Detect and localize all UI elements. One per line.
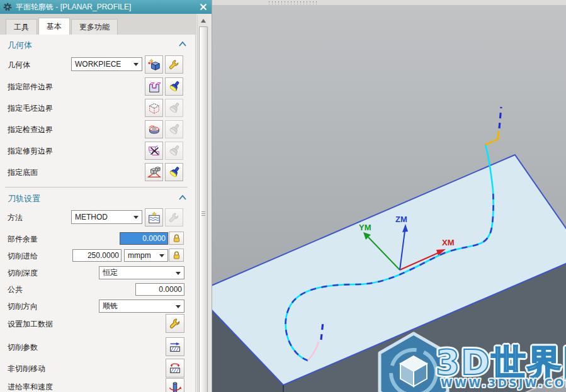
part-stock-lock-button[interactable] xyxy=(169,232,184,245)
collapse-chevron-icon[interactable] xyxy=(179,195,186,200)
chevron-down-icon xyxy=(159,254,164,260)
edit-wrench-icon xyxy=(168,59,181,71)
toolbar-strip xyxy=(212,0,566,5)
gear-icon xyxy=(3,3,12,11)
geometry-select[interactable]: WORKPIECE xyxy=(71,57,142,71)
tab-basic[interactable]: 基本 xyxy=(38,18,70,35)
cut-feed-lock-button[interactable] xyxy=(169,249,184,262)
method-icon xyxy=(147,211,161,225)
trim-boundary-label: 指定修剪边界 xyxy=(8,146,53,157)
method-label: 方法 xyxy=(8,213,23,223)
select-flashlight-disabled-icon xyxy=(167,123,181,137)
part-boundary-label: 指定部件边界 xyxy=(8,82,53,92)
create-geometry-button[interactable] xyxy=(145,55,163,74)
cutting-params-button[interactable] xyxy=(166,337,184,356)
blank-boundary-icon xyxy=(147,101,161,115)
nx-cam-window: 平面轮廓铣 - [PLANAR_PROFILE] 工具 基本 更多功能 几何体 … xyxy=(0,0,566,392)
cut-feed-unit-select[interactable]: mmpm xyxy=(124,249,168,262)
axis-x-label: XM xyxy=(442,238,455,247)
trim-boundary-icon xyxy=(147,144,161,158)
non-cutting-button[interactable] xyxy=(166,359,184,378)
part-boundary-button[interactable] xyxy=(145,77,163,96)
chevron-down-icon xyxy=(176,305,181,311)
axis-z-label: ZM xyxy=(395,215,407,224)
geometry-label: 几何体 xyxy=(8,60,30,70)
cut-depth-select[interactable]: 恒定 xyxy=(99,266,184,279)
tab-tools[interactable]: 工具 xyxy=(6,19,37,35)
part-boundary-select-button[interactable] xyxy=(165,77,183,96)
trim-boundary-button[interactable] xyxy=(145,142,163,160)
blank-boundary-button[interactable] xyxy=(145,99,163,117)
blank-boundary-select-button xyxy=(165,99,183,117)
part-stock-input[interactable]: 0.0000 xyxy=(120,232,168,245)
close-button[interactable] xyxy=(195,0,212,14)
common-input[interactable]: 0.0000 xyxy=(135,283,184,296)
non-cutting-moves-icon xyxy=(168,361,182,375)
lock-icon xyxy=(172,250,181,260)
cut-feed-label: 切削进给 xyxy=(8,251,38,262)
edit-wrench-disabled-icon xyxy=(168,211,181,224)
drag-dots-icon[interactable] xyxy=(268,1,318,4)
dialog-body: 几何体 几何体 WORKPIECE xyxy=(0,35,196,392)
cut-direction-label: 切削方向 xyxy=(8,301,38,312)
select-flashlight-disabled-icon xyxy=(167,144,181,158)
method-new-button[interactable] xyxy=(145,208,163,227)
cut-feed-input[interactable]: 250.0000 xyxy=(72,249,122,262)
chevron-down-icon xyxy=(133,216,139,221)
section-divider xyxy=(5,187,188,188)
feeds-speeds-label: 进给率和速度 xyxy=(8,382,53,392)
check-boundary-select-button xyxy=(165,120,183,138)
watermark-site: WWW.3DSJW.COM xyxy=(441,377,566,389)
machining-data-label: 设置加工数据 xyxy=(8,319,53,330)
toolpath-section-header[interactable]: 刀轨设置 xyxy=(8,193,40,204)
method-select[interactable]: METHOD xyxy=(71,210,142,224)
create-geometry-icon xyxy=(147,58,161,72)
floor-face-button[interactable] xyxy=(145,163,163,181)
scroll-up-button[interactable] xyxy=(198,14,209,25)
dialog-scrollbar[interactable] xyxy=(197,14,209,392)
dialog-titlebar[interactable]: 平面轮廓铣 - [PLANAR_PROFILE] xyxy=(0,0,212,14)
watermark: 3D世界网 3D世界网 WWW.3DSJW.COM WWW.3DSJW.COM xyxy=(380,333,566,392)
collapse-chevron-icon[interactable] xyxy=(179,42,186,47)
cut-direction-select[interactable]: 顺铣 xyxy=(99,300,184,313)
edit-geometry-button[interactable] xyxy=(165,55,183,74)
trim-boundary-select-button xyxy=(165,142,183,160)
cut-depth-label: 切削深度 xyxy=(8,268,38,279)
part-stock-label: 部件余量 xyxy=(8,234,38,245)
non-cutting-label: 非切削移动 xyxy=(8,364,45,374)
blank-boundary-label: 指定毛坯边界 xyxy=(8,103,53,114)
lock-icon xyxy=(172,233,181,243)
select-flashlight-icon xyxy=(167,165,181,179)
feeds-speeds-button[interactable] xyxy=(166,378,184,392)
select-flashlight-icon xyxy=(167,80,181,94)
check-boundary-label: 指定检查边界 xyxy=(8,125,53,135)
viewport-canvas[interactable]: XM YM ZM 3D世界网 3D世界网 WWW.3DSJ xyxy=(212,0,566,392)
graphics-viewport: XM YM ZM 3D世界网 3D世界网 WWW.3DSJ xyxy=(212,0,566,392)
dialog-title: 平面轮廓铣 - [PLANAR_PROFILE] xyxy=(16,2,195,13)
chevron-down-icon xyxy=(176,272,181,277)
scrollbar-thumb[interactable] xyxy=(199,26,208,392)
cutting-params-label: 切削参数 xyxy=(8,342,38,353)
floor-label: 指定底面 xyxy=(8,167,38,178)
floor-face-icon xyxy=(147,165,161,179)
close-icon xyxy=(200,3,207,11)
planar-profile-dialog: 平面轮廓铣 - [PLANAR_PROFILE] 工具 基本 更多功能 几何体 … xyxy=(0,0,212,392)
edit-wrench-icon xyxy=(169,317,182,330)
axis-y-label: YM xyxy=(359,223,371,232)
dialog-tabstrip: 工具 基本 更多功能 xyxy=(0,14,196,35)
thumb-grip-icon xyxy=(201,211,205,216)
part-boundary-icon xyxy=(147,80,161,94)
select-flashlight-disabled-icon xyxy=(167,101,181,115)
chevron-down-icon xyxy=(133,63,139,69)
feeds-speeds-icon xyxy=(168,381,182,392)
method-edit-button xyxy=(165,208,183,227)
geometry-section-header[interactable]: 几何体 xyxy=(8,40,32,51)
scroll-up-icon xyxy=(201,16,206,23)
check-boundary-button[interactable] xyxy=(145,120,163,138)
common-label: 公共 xyxy=(8,284,23,295)
tab-more[interactable]: 更多功能 xyxy=(71,19,118,35)
cutting-params-icon xyxy=(168,340,182,354)
check-boundary-icon xyxy=(147,123,161,137)
machining-data-button[interactable] xyxy=(166,314,184,333)
floor-select-button[interactable] xyxy=(165,163,183,181)
